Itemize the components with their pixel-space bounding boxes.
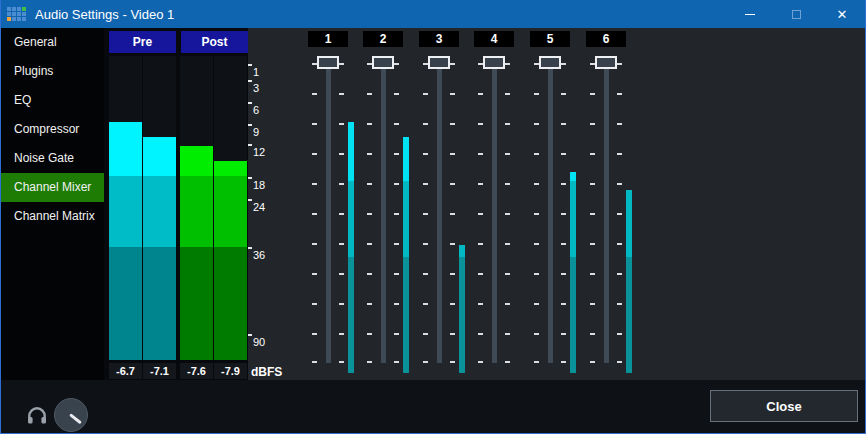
sidebar-item-eq[interactable]: EQ [1,86,104,115]
channel-6-slider-track[interactable] [604,57,609,363]
slider-tick [534,361,539,363]
pre-meter-right [143,56,176,360]
slider-tick [617,333,622,335]
maximize-button[interactable] [773,0,819,28]
channel-1-slider-handle[interactable] [317,56,339,69]
sidebar-item-noise-gate[interactable]: Noise Gate [1,144,104,173]
slider-tick [312,213,317,215]
slider-tick [617,273,622,275]
slider-tick [339,213,344,215]
slider-tick [505,273,510,275]
sidebar-item-general[interactable]: General [1,28,104,57]
logo-square [7,7,11,11]
channel-3-slider-handle[interactable] [428,56,450,69]
slider-tick [312,361,317,363]
post-meter-left [180,56,213,360]
db-scale-label: 18 [253,179,265,191]
slider-tick [339,123,344,125]
slider-tick [450,63,455,65]
db-scale-tick-9: 9 [248,123,259,138]
sidebar-item-channel-mixer[interactable]: Channel Mixer [1,173,104,202]
close-button[interactable]: Close [710,390,858,422]
db-scale-tick-90: 90 [248,333,265,348]
meter-level-segment [109,247,142,360]
window-title: Audio Settings - Video 1 [35,7,174,22]
slider-tick [423,333,428,335]
slider-tick [617,93,622,95]
slider-tick [312,93,317,95]
channel-5-slider-track[interactable] [548,57,553,363]
slider-tick [478,333,483,335]
slider-tick [339,243,344,245]
channel-1-level-meter [348,181,354,257]
channel-4-slider-handle[interactable] [483,56,505,69]
slider-tick [505,303,510,305]
channel-1-slider-track[interactable] [326,57,331,363]
tick-mark [248,199,252,201]
tick-mark [248,334,252,336]
slider-tick [339,303,344,305]
tick-mark [248,247,252,249]
slider-tick [367,303,372,305]
close-window-button[interactable]: ✕ [819,0,865,28]
slider-tick [561,213,566,215]
slider-tick [561,273,566,275]
db-scale-label: 90 [253,336,265,348]
channel-2-label: 2 [363,31,403,47]
meter-readout-post-right: -7.9 [214,363,247,379]
headphones-icon[interactable] [27,406,47,430]
slider-tick [534,153,539,155]
channel-1-label: 1 [308,31,348,47]
channel-6-slider-handle[interactable] [595,56,617,69]
slider-tick [394,333,399,335]
sidebar-item-channel-matrix[interactable]: Channel Matrix [1,202,104,231]
slider-tick [394,243,399,245]
slider-tick [339,63,344,65]
pre-meter-header: Pre [109,31,176,53]
slider-tick [617,153,622,155]
slider-tick [394,93,399,95]
db-scale-label: 9 [253,126,259,138]
slider-tick [367,361,372,363]
channel-4-slider-track[interactable] [492,57,497,363]
slider-tick [478,273,483,275]
channel-6-label: 6 [586,31,626,47]
slider-tick [478,93,483,95]
slider-tick [312,333,317,335]
db-scale-tick-18: 18 [248,176,265,191]
knob-indicator [69,413,82,424]
slider-tick [561,153,566,155]
slider-tick [312,183,317,185]
slider-tick [394,361,399,363]
sidebar-item-plugins[interactable]: Plugins [1,57,104,86]
slider-tick [590,361,595,363]
slider-tick [367,243,372,245]
slider-tick [590,153,595,155]
slider-tick [590,183,595,185]
logo-square [17,7,21,11]
slider-tick [339,93,344,95]
close-icon: ✕ [837,8,848,21]
vmix-logo-icon [7,7,26,21]
slider-tick [478,243,483,245]
slider-tick [423,273,428,275]
slider-tick [617,243,622,245]
slider-tick [478,303,483,305]
logo-square [17,12,21,16]
channel-2-slider-track[interactable] [381,57,386,363]
channel-2-slider-handle[interactable] [372,56,394,69]
db-scale-tick-24: 24 [248,198,265,213]
slider-tick [590,273,595,275]
maximize-icon [792,10,801,19]
tick-mark [248,144,252,146]
channel-3-slider-track[interactable] [437,57,442,363]
sidebar-item-compressor[interactable]: Compressor [1,115,104,144]
slider-tick [339,153,344,155]
channel-5-slider-handle[interactable] [539,56,561,69]
db-scale-tick-1: 1 [248,63,259,78]
slider-tick [561,303,566,305]
headphone-volume-knob[interactable] [54,398,88,432]
pre-meter-left [109,56,142,360]
logo-square [12,12,16,16]
minimize-button[interactable] [727,0,773,28]
